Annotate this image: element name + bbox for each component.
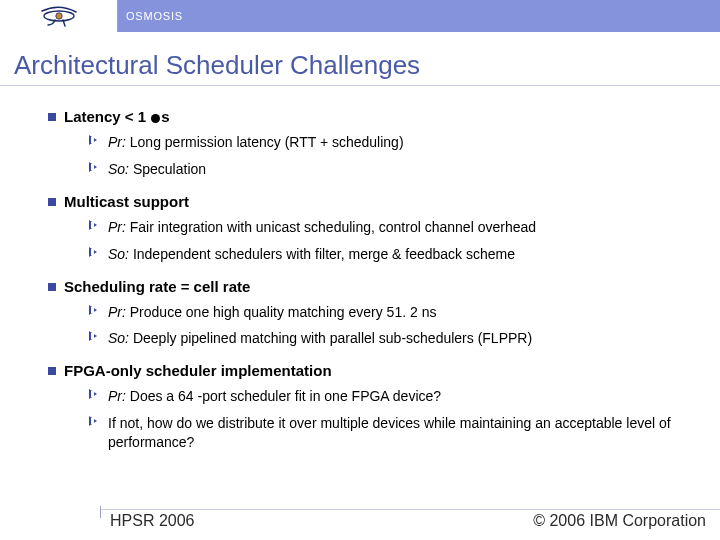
footer-rule [100, 509, 720, 510]
bullet-head-text: Scheduling rate = cell rate [64, 278, 250, 295]
sub-bullet: So: Deeply pipelined matching with paral… [88, 329, 692, 348]
square-bullet-icon [48, 367, 56, 375]
square-bullet-icon [48, 283, 56, 291]
brand-bar: OSMOSIS [118, 0, 720, 32]
sub-bullet: So: Independent schedulers with filter, … [88, 245, 692, 264]
arrow-bullet-icon [88, 304, 100, 316]
sub-bullet-text: Pr: Long permission latency (RTT + sched… [108, 133, 404, 152]
svg-rect-3 [91, 164, 94, 170]
square-bullet-icon [48, 113, 56, 121]
svg-rect-2 [91, 137, 94, 143]
arrow-bullet-icon [88, 415, 100, 427]
bullet-scheduling-rate: Scheduling rate = cell rate Pr: Produce … [48, 278, 692, 349]
svg-rect-6 [91, 307, 94, 313]
svg-point-1 [55, 13, 61, 19]
footer-left: HPSR 2006 [110, 512, 195, 530]
header: OSMOSIS [0, 0, 720, 32]
sub-bullet-text: Pr: Does a 64 -port scheduler fit in one… [108, 387, 441, 406]
arrow-bullet-icon [88, 246, 100, 258]
sub-bullet: Pr: Long permission latency (RTT + sched… [88, 133, 692, 152]
footer-right: © 2006 IBM Corporation [533, 512, 706, 530]
slide-title: Architectural Scheduler Challenges [0, 32, 720, 85]
title-rule [0, 85, 720, 86]
bullet-head: Multicast support [48, 193, 692, 210]
arrow-bullet-icon [88, 330, 100, 342]
sub-bullet-text: So: Independent schedulers with filter, … [108, 245, 515, 264]
bullet-head: Scheduling rate = cell rate [48, 278, 692, 295]
svg-rect-8 [91, 391, 94, 397]
bullet-head: FPGA-only scheduler implementation [48, 362, 692, 379]
svg-rect-5 [91, 249, 94, 255]
bullet-head-text: Multicast support [64, 193, 189, 210]
svg-rect-9 [91, 418, 94, 424]
bullet-fpga: FPGA-only scheduler implementation Pr: D… [48, 362, 692, 452]
eye-of-horus-icon [39, 5, 79, 27]
bullet-head-text: FPGA-only scheduler implementation [64, 362, 332, 379]
sub-bullet-text: So: Speculation [108, 160, 206, 179]
brand-text: OSMOSIS [126, 10, 183, 22]
arrow-bullet-icon [88, 219, 100, 231]
bullet-latency: Latency < 1 s Pr: Long permission latenc… [48, 108, 692, 179]
svg-rect-7 [91, 333, 94, 339]
square-bullet-icon [48, 198, 56, 206]
arrow-bullet-icon [88, 388, 100, 400]
bullet-head: Latency < 1 s [48, 108, 692, 125]
slide: OSMOSIS Architectural Scheduler Challeng… [0, 0, 720, 540]
bullet-head-text: Latency < 1 s [64, 108, 170, 125]
sub-bullet-text: If not, how do we distribute it over mul… [108, 414, 692, 452]
sub-bullet-text: Pr: Fair integration with unicast schedu… [108, 218, 536, 237]
logo-box [0, 0, 118, 32]
sub-bullet-text: Pr: Produce one high quality matching ev… [108, 303, 436, 322]
arrow-bullet-icon [88, 134, 100, 146]
sub-bullet: If not, how do we distribute it over mul… [88, 414, 692, 452]
slide-body: Latency < 1 s Pr: Long permission latenc… [0, 94, 720, 540]
sub-bullet: Pr: Produce one high quality matching ev… [88, 303, 692, 322]
svg-rect-4 [91, 222, 94, 228]
sub-bullet: So: Speculation [88, 160, 692, 179]
arrow-bullet-icon [88, 161, 100, 173]
bullet-multicast: Multicast support Pr: Fair integration w… [48, 193, 692, 264]
sub-bullet-text: So: Deeply pipelined matching with paral… [108, 329, 532, 348]
sub-bullet: Pr: Does a 64 -port scheduler fit in one… [88, 387, 692, 406]
footer-tick [100, 506, 101, 518]
disc-icon [151, 114, 160, 123]
sub-bullet: Pr: Fair integration with unicast schedu… [88, 218, 692, 237]
